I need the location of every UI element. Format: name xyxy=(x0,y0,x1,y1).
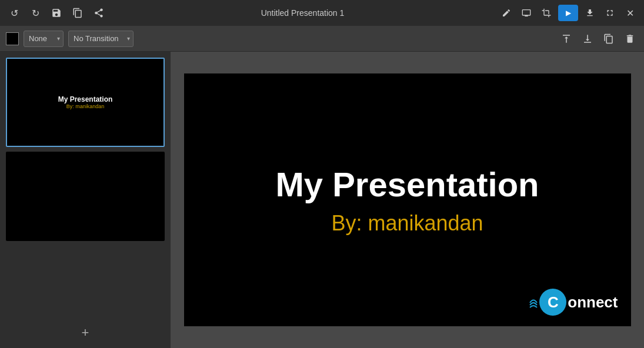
slide-thumb-1-subtitle: By: manikandan xyxy=(66,103,105,109)
connect-text: onnect xyxy=(568,293,618,312)
monitor-icon[interactable] xyxy=(518,5,535,21)
app-title: Untitled Presentation 1 xyxy=(107,8,498,18)
undo-button[interactable]: ↺ xyxy=(6,5,22,21)
add-slide-button[interactable]: + xyxy=(6,323,165,342)
slide-canvas[interactable]: My Presentation By: manikandan C xyxy=(184,73,631,326)
duplicate-button[interactable] xyxy=(69,5,86,21)
delete-button[interactable] xyxy=(622,31,638,47)
connect-logo: C onnect xyxy=(539,289,618,316)
slide-thumb-2[interactable] xyxy=(6,152,165,241)
slide-thumb-1-title: My Presentation xyxy=(58,95,113,103)
title-bar: ↺ ↻ Untitled Presentation 1 ▶ ✕ xyxy=(0,0,644,26)
download-button[interactable] xyxy=(582,5,598,21)
transition-select[interactable]: None Fade Slide Zoom xyxy=(24,31,64,47)
transition-select-wrapper: None Fade Slide Zoom ▾ xyxy=(24,31,64,47)
slide-thumb-1[interactable]: My Presentation By: manikandan xyxy=(6,58,165,147)
share-button[interactable] xyxy=(91,5,107,21)
title-bar-left: ↺ ↻ xyxy=(6,5,107,21)
color-swatch[interactable] xyxy=(6,32,19,45)
fullscreen-button[interactable] xyxy=(602,5,618,21)
slide-main-title: My Presentation xyxy=(276,164,539,205)
effect-select-wrapper: No Transition Fade Wipe Zoom ▾ xyxy=(68,31,134,47)
title-bar-right: ▶ ✕ xyxy=(498,5,638,21)
slide-thumb-2-content xyxy=(7,153,163,240)
copy-style-button[interactable] xyxy=(600,31,617,47)
slide-thumb-1-content: My Presentation By: manikandan xyxy=(7,59,163,146)
effect-select[interactable]: No Transition Fade Wipe Zoom xyxy=(68,31,134,47)
slide-main-subtitle: By: manikandan xyxy=(331,211,483,236)
present-button[interactable]: ▶ xyxy=(558,5,578,21)
redo-button[interactable]: ↻ xyxy=(27,5,44,21)
align-top-button[interactable] xyxy=(558,31,575,47)
align-bottom-button[interactable] xyxy=(579,31,596,47)
main-area: My Presentation By: manikandan + My Pres… xyxy=(0,52,644,348)
edit-icon[interactable] xyxy=(498,5,515,21)
crop-icon[interactable] xyxy=(538,5,555,21)
save-button[interactable] xyxy=(48,5,65,21)
toolbar: None Fade Slide Zoom ▾ No Transition Fad… xyxy=(0,26,644,52)
slide-panel: My Presentation By: manikandan + xyxy=(0,52,171,348)
canvas-area: My Presentation By: manikandan C xyxy=(171,52,644,348)
close-button[interactable]: ✕ xyxy=(622,5,638,21)
connect-c-letter: C xyxy=(539,289,566,316)
